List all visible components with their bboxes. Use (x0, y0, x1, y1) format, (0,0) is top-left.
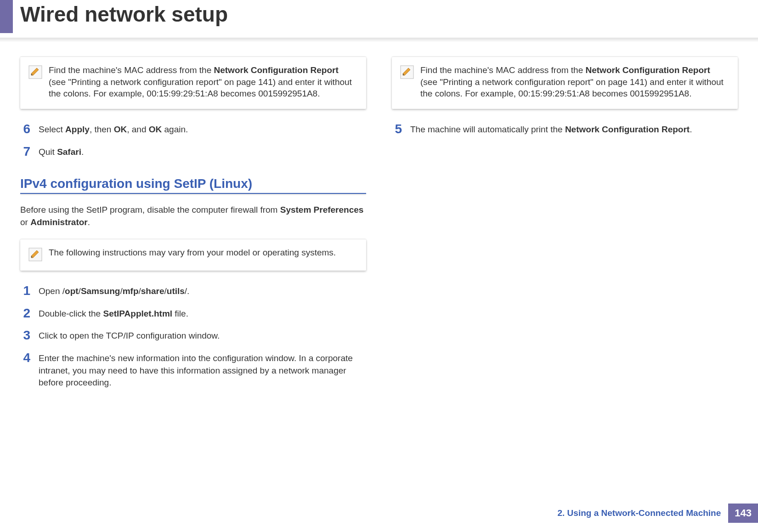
section-intro-paragraph: Before using the SetIP program, disable … (20, 204, 366, 228)
page-title: Wired network setup (13, 0, 228, 33)
step-text: Select Apply, then OK, and OK again. (39, 124, 366, 136)
page-footer: 2. Using a Network-Connected Machine 143 (557, 504, 758, 523)
header-divider (0, 38, 758, 42)
header-accent (0, 0, 13, 33)
step-5: 5 The machine will automatically print t… (392, 124, 738, 136)
section-heading-ipv4-linux: IPv4 configuration using SetIP (Linux) (20, 176, 366, 191)
step-number: 5 (392, 123, 402, 136)
pencil-note-icon (400, 65, 414, 79)
note-text: Find the machine's MAC address from the … (420, 64, 730, 100)
note-box-mac-left: Find the machine's MAC address from the … (20, 57, 366, 109)
page-header: Wired network setup (0, 0, 758, 33)
linux-step-3: 3 Click to open the TCP/IP configuration… (20, 330, 366, 342)
step-number: 2 (20, 307, 30, 320)
step-7: 7 Quit Safari. (20, 146, 366, 158)
step-text: The machine will automatically print the… (410, 124, 738, 136)
linux-step-4: 4 Enter the machine's new information in… (20, 352, 366, 389)
right-column: Find the machine's MAC address from the … (392, 57, 738, 399)
pencil-note-icon (28, 248, 42, 261)
note-text: The following instructions may vary from… (49, 247, 336, 259)
linux-step-1: 1 Open /opt/Samsung/mfp/share/utils/. (20, 285, 366, 298)
note-box-vary: The following instructions may vary from… (20, 239, 366, 271)
step-text: Click to open the TCP/IP configuration w… (39, 330, 366, 342)
content-columns: Find the machine's MAC address from the … (0, 57, 758, 399)
footer-chapter-label: 2. Using a Network-Connected Machine (557, 504, 728, 523)
step-text: Enter the machine's new information into… (39, 352, 366, 389)
step-text: Open /opt/Samsung/mfp/share/utils/. (39, 285, 366, 298)
step-number: 7 (20, 145, 30, 158)
pencil-note-icon (28, 65, 42, 79)
step-text: Double-click the SetIPApplet.html file. (39, 308, 366, 320)
step-6: 6 Select Apply, then OK, and OK again. (20, 124, 366, 136)
step-number: 3 (20, 329, 30, 342)
section-divider (20, 193, 366, 194)
step-number: 1 (20, 284, 30, 297)
note-text: Find the machine's MAC address from the … (49, 64, 358, 100)
step-number: 6 (20, 123, 30, 136)
step-text: Quit Safari. (39, 146, 366, 158)
linux-step-2: 2 Double-click the SetIPApplet.html file… (20, 308, 366, 320)
note-box-mac-right: Find the machine's MAC address from the … (392, 57, 738, 109)
step-number: 4 (20, 351, 30, 364)
left-column: Find the machine's MAC address from the … (20, 57, 366, 399)
footer-page-number: 143 (728, 504, 758, 523)
